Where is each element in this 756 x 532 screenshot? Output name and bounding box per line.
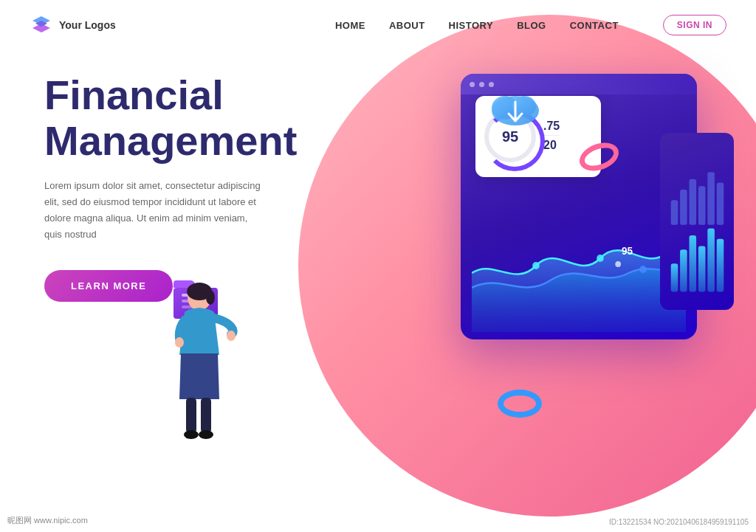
- hero-description: Lorem ipsum dolor sit amet, consectetur …: [44, 178, 266, 243]
- dot-3: [489, 82, 494, 87]
- hero-content: Financial Management Lorem ipsum dolor s…: [0, 50, 340, 302]
- nav-history[interactable]: HISTORY: [449, 20, 494, 31]
- svg-rect-13: [717, 239, 724, 292]
- svg-rect-15: [680, 190, 687, 225]
- person-figure: [159, 281, 233, 429]
- svg-rect-9: [680, 249, 687, 291]
- watermark-right: ID:13221534 NO:20210406184959191105: [609, 518, 749, 526]
- svg-point-36: [199, 430, 213, 439]
- watermark-left: 昵图网 www.nipic.com: [7, 515, 88, 526]
- dot-2: [479, 82, 484, 87]
- nav-blog[interactable]: BLOG: [517, 20, 546, 31]
- page-wrapper: Your Logos HOME ABOUT HISTORY BLOG CONTA…: [0, 0, 756, 532]
- svg-point-5: [639, 266, 647, 273]
- svg-rect-34: [201, 398, 211, 433]
- svg-rect-10: [690, 235, 697, 291]
- nav-about[interactable]: ABOUT: [389, 20, 425, 31]
- svg-point-32: [175, 337, 184, 348]
- svg-point-35: [184, 430, 199, 439]
- nav-contact[interactable]: CONTACT: [570, 20, 619, 31]
- svg-point-3: [532, 262, 540, 269]
- signin-button[interactable]: SIGN IN: [663, 15, 726, 35]
- svg-text:95: 95: [622, 246, 633, 257]
- stat-num-2: 20: [543, 139, 560, 154]
- side-panel-bars: [660, 133, 734, 310]
- svg-point-7: [615, 261, 621, 267]
- svg-rect-12: [707, 229, 715, 292]
- logo-area: Your Logos: [30, 13, 116, 37]
- cloud-icon: [489, 89, 542, 136]
- learn-more-button[interactable]: LEARN MORE: [44, 270, 173, 302]
- logo-text: Your Logos: [59, 19, 116, 31]
- dot-1: [470, 82, 475, 87]
- svg-rect-17: [698, 186, 706, 225]
- svg-rect-8: [671, 263, 678, 291]
- svg-rect-11: [698, 246, 706, 291]
- svg-rect-16: [690, 179, 697, 225]
- svg-point-4: [597, 255, 604, 262]
- stat-num-1: .75: [543, 120, 560, 136]
- svg-rect-14: [671, 200, 678, 224]
- ring-decoration-blue: [498, 390, 542, 418]
- nav-links: HOME ABOUT HISTORY BLOG CONTACT: [335, 20, 619, 31]
- hero-title: Financial Management: [44, 72, 295, 163]
- svg-point-30: [206, 290, 215, 305]
- graph-svg: 95: [472, 214, 686, 332]
- svg-rect-19: [717, 183, 724, 225]
- side-panel: [660, 133, 734, 310]
- svg-rect-18: [707, 172, 715, 225]
- side-bars-svg: [666, 144, 729, 299]
- svg-rect-33: [186, 398, 196, 433]
- stat-numbers: .75 20: [543, 120, 560, 154]
- nav-home[interactable]: HOME: [335, 20, 365, 31]
- logo-icon: [30, 13, 53, 37]
- svg-point-31: [227, 331, 236, 341]
- navbar: Your Logos HOME ABOUT HISTORY BLOG CONTA…: [0, 0, 756, 50]
